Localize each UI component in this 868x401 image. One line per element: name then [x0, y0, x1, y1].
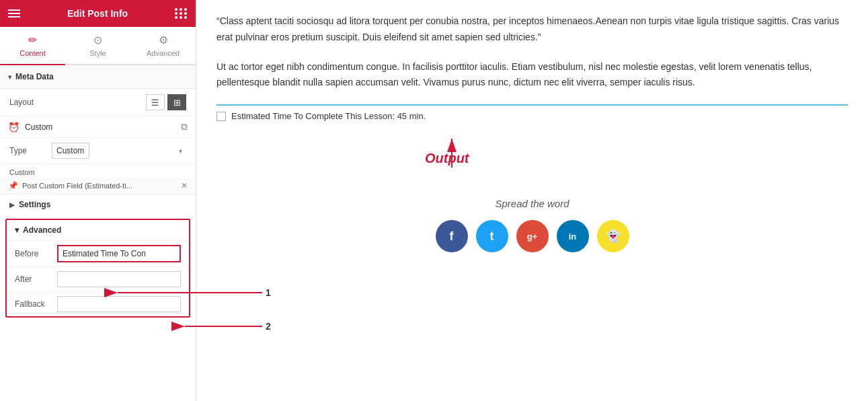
field-row[interactable]: 📌 Post Custom Field (Estimated-ti... ✕ — [0, 178, 196, 194]
type-select[interactable]: Custom Default — [52, 143, 89, 159]
paragraph-2: Ut ac tortor eget nibh condimentum congu… — [216, 59, 848, 92]
output-label-area: Output — [216, 131, 848, 178]
tab-style[interactable]: ⊙ Style — [65, 27, 130, 65]
layout-buttons: ☰ ⊞ — [146, 94, 186, 110]
social-buttons: f t g+ in 👻 — [216, 220, 848, 252]
spread-section: Spread the word f t g+ in 👻 — [216, 198, 848, 252]
tab-advanced[interactable]: ⚙ Advanced — [130, 27, 196, 65]
output-section: Estimated Time To Complete This Lesson: … — [216, 104, 848, 126]
tabs-bar: ✏ Content ⊙ Style ⚙ Advanced — [0, 27, 196, 65]
tab-style-label: Style — [89, 49, 106, 57]
grid-menu-icon[interactable] — [175, 8, 188, 19]
twitter-icon: t — [490, 229, 494, 244]
layout-label: Layout — [9, 98, 46, 107]
settings-section-header[interactable]: ▶ Settings — [0, 194, 196, 215]
tab-advanced-label: Advanced — [147, 49, 180, 57]
advanced-label: Advanced — [23, 225, 61, 235]
meta-data-section-header[interactable]: ▾ Meta Data — [0, 65, 196, 89]
meta-data-label: Meta Data — [15, 72, 54, 81]
fallback-row: Fallback — [7, 291, 189, 316]
output-bar-text: Estimated Time To Complete This Lesson: … — [231, 111, 426, 121]
advanced-section: ▾ Advanced Before After Fallback — [5, 219, 190, 318]
before-input[interactable] — [57, 245, 181, 262]
fallback-label: Fallback — [15, 299, 52, 309]
copy-icon[interactable]: ⧉ — [181, 121, 188, 133]
output-bar: Estimated Time To Complete This Lesson: … — [216, 106, 848, 126]
before-row: Before — [7, 240, 189, 266]
snapchat-button[interactable]: 👻 — [597, 220, 629, 252]
layout-grid-button[interactable]: ⊞ — [167, 94, 186, 110]
content-tab-icon: ✏ — [28, 34, 37, 46]
spread-title: Spread the word — [216, 198, 848, 209]
output-bar-icon — [216, 112, 226, 121]
panel-content: ▾ Meta Data Layout ☰ ⊞ ⏰ Custom ⧉ Type C… — [0, 65, 196, 322]
output-annotation-area: Estimated Time To Complete This Lesson: … — [216, 104, 848, 252]
custom-item-label: Custom — [25, 122, 175, 132]
panel-header: Edit Post Info — [0, 0, 196, 27]
meta-data-chevron-icon: ▾ — [8, 73, 11, 81]
clock-icon: ⏰ — [8, 122, 19, 133]
snapchat-icon: 👻 — [606, 229, 621, 244]
settings-label: Settings — [19, 200, 50, 209]
after-row: After — [7, 266, 189, 291]
tab-content-label: Content — [19, 49, 46, 57]
advanced-tab-icon: ⚙ — [159, 34, 168, 46]
tab-content[interactable]: ✏ Content — [0, 27, 65, 65]
field-row-text: Post Custom Field (Estimated-ti... — [22, 182, 177, 190]
pin-icon: 📌 — [8, 181, 18, 190]
hamburger-icon[interactable] — [8, 9, 20, 17]
panel-title: Edit Post Info — [67, 8, 128, 19]
settings-chevron-icon: ▶ — [9, 201, 15, 209]
linkedin-icon: in — [569, 231, 577, 242]
after-input[interactable] — [57, 271, 181, 287]
facebook-button[interactable]: f — [436, 220, 468, 252]
twitter-button[interactable]: t — [476, 220, 508, 252]
advanced-chevron-icon: ▾ — [15, 225, 19, 235]
type-row: Type Custom Default — [0, 138, 196, 164]
custom-sub-label: Custom — [0, 164, 196, 178]
field-close-icon[interactable]: ✕ — [181, 181, 188, 190]
before-label: Before — [15, 249, 52, 258]
type-select-wrapper: Custom Default — [52, 143, 186, 159]
style-tab-icon: ⊙ — [93, 34, 102, 46]
advanced-section-header[interactable]: ▾ Advanced — [7, 220, 189, 240]
custom-item-row[interactable]: ⏰ Custom ⧉ — [0, 116, 196, 138]
output-label: Output — [425, 151, 469, 166]
layout-list-button[interactable]: ☰ — [146, 94, 165, 110]
type-label: Type — [9, 146, 46, 155]
layout-row: Layout ☰ ⊞ — [0, 89, 196, 116]
facebook-icon: f — [450, 229, 454, 244]
left-panel: Edit Post Info ✏ Content ⊙ Style ⚙ Advan… — [0, 0, 196, 401]
fallback-input[interactable] — [57, 296, 181, 312]
google-plus-button[interactable]: g+ — [516, 220, 549, 252]
paragraph-1: “Class aptent taciti sociosqu ad litora … — [216, 13, 848, 46]
linkedin-button[interactable]: in — [557, 220, 589, 252]
after-label: After — [15, 275, 52, 284]
right-content: “Class aptent taciti sociosqu ad litora … — [196, 0, 868, 401]
google-plus-icon: g+ — [527, 231, 538, 242]
